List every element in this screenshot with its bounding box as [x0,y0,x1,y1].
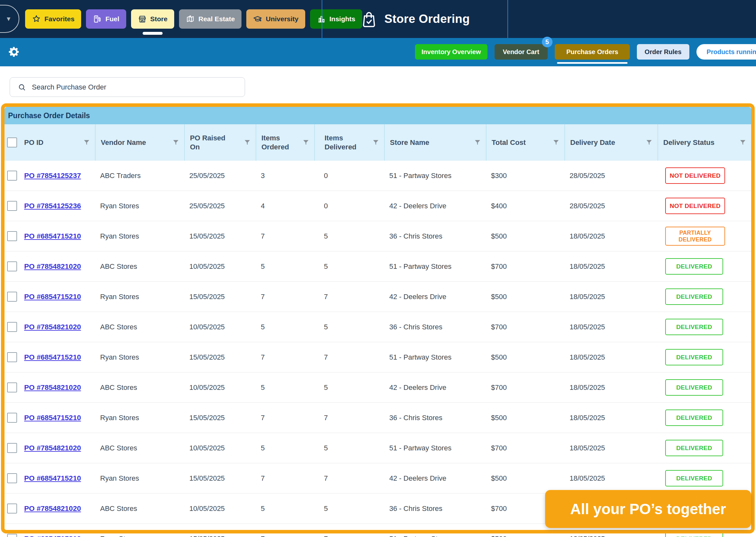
po-id-cell: PO #6854715210 [5,413,95,423]
items-ordered-cell: 7 [256,535,314,537]
column-header: Delivery Date [565,124,657,161]
delivery-date-cell: 18/05/2025 [565,535,657,537]
total-cost-cell: $700 [486,444,565,452]
table-header-row: PO ID Vendor Name PO Raised On Items Ord… [5,124,751,161]
row-checkbox[interactable] [7,413,17,423]
column-header: Items Ordered [256,124,314,161]
po-id-cell: PO #6854715210 [5,473,95,483]
filter-icon[interactable] [739,139,747,146]
row-checkbox[interactable] [7,231,17,241]
po-id-link[interactable]: PO #6854715210 [24,353,81,361]
store-name-cell: 51 - Partway Stores [384,444,486,452]
row-checkbox[interactable] [7,201,17,211]
delivery-status-cell: DELIVERED [657,319,751,336]
row-checkbox[interactable] [7,292,17,302]
row-checkbox[interactable] [7,322,17,332]
store-name-cell: 42 - Deelers Drive [384,293,486,301]
store-name-cell: 42 - Deelers Drive [384,384,486,392]
po-id-link[interactable]: PO #7854821020 [24,323,81,331]
total-cost-cell: $500 [486,353,565,361]
row-checkbox[interactable] [7,443,17,453]
items-ordered-cell: 7 [256,232,314,240]
row-checkbox[interactable] [7,383,17,392]
vendor-name-cell: ABC Stores [95,323,184,331]
po-id-cell: PO #7854821020 [5,383,95,392]
vendor-name-cell: ABC Stores [95,444,184,452]
po-id-link[interactable]: PO #7854125237 [24,172,81,180]
column-header-label: Total Cost [492,138,526,147]
po-id-link[interactable]: PO #7854821020 [24,505,81,513]
po-id-link[interactable]: PO #6854715210 [24,414,81,422]
filter-icon[interactable] [243,139,251,146]
po-id-link[interactable]: PO #7854821020 [24,384,81,392]
store-name-cell: 51 - Partway Stores [384,535,486,537]
purchase-orders-button[interactable]: Purchase Orders [555,44,630,60]
row-checkbox[interactable] [7,534,17,537]
column-header: Items Delivered [314,124,384,161]
module-tab[interactable]: Store [131,9,175,29]
module-tab[interactable]: Favorites [25,9,81,29]
po-id-link[interactable]: PO #7854125236 [24,202,81,210]
po-id-cell: PO #6854715210 [5,534,95,537]
vendor-name-cell: Ryan Stores [95,353,184,361]
inventory-overview-button[interactable]: Inventory Overview [415,44,487,60]
order-rules-button[interactable]: Order Rules [637,44,689,60]
vendor-name-cell: Ryan Stores [95,535,184,537]
products-running-low-button[interactable]: Products runnin [696,44,756,60]
delivery-status-badge: DELIVERED [665,288,723,305]
total-cost-cell: $700 [486,384,565,392]
filter-icon[interactable] [372,139,380,146]
filter-icon[interactable] [474,139,482,146]
vendor-cart-button[interactable]: Vendor Cart 5 [494,44,548,60]
delivery-date-cell: 18/05/2025 [565,232,657,240]
items-delivered-cell: 5 [314,263,384,271]
row-checkbox[interactable] [7,473,17,483]
delivery-status-badge: DELIVERED [665,349,723,366]
po-id-link[interactable]: PO #6854715210 [24,232,81,240]
delivery-status-badge: PARTIALLY DELIVERED [665,227,725,245]
row-checkbox[interactable] [7,504,17,514]
delivery-status-badge: DELIVERED [665,258,723,275]
filter-icon[interactable] [83,139,91,146]
po-id-link[interactable]: PO #6854715210 [24,474,81,482]
total-cost-cell: $500 [486,232,565,240]
table-row: PO #7854821020 ABC Stores 10/05/2025 5 5… [5,433,751,463]
po-id-link[interactable]: PO #6854715210 [24,293,81,301]
items-ordered-cell: 7 [256,293,314,301]
row-checkbox[interactable] [7,352,17,362]
po-id-cell: PO #6854715210 [5,352,95,362]
column-header: PO ID [5,124,95,161]
filter-icon[interactable] [302,139,310,146]
module-tab[interactable]: University [246,9,305,29]
delivery-status-cell: DELIVERED [657,379,751,396]
row-checkbox[interactable] [7,171,17,181]
store-name-cell: 36 - Chris Stores [384,414,486,422]
column-header-label: Vendor Name [101,138,146,147]
delivery-status-badge: NOT DELIVERED [665,167,725,184]
filter-icon[interactable] [645,139,653,146]
row-checkbox[interactable] [7,262,17,271]
filter-icon[interactable] [552,139,560,146]
po-id-link[interactable]: PO #7854821020 [24,263,81,271]
collapse-nav-pill[interactable]: ▼ [0,5,19,33]
settings-button[interactable] [8,46,21,59]
items-ordered-cell: 7 [256,414,314,422]
items-delivered-cell: 7 [314,474,384,482]
po-raised-on-cell: 10/05/2025 [184,323,256,331]
search-input[interactable] [31,78,245,97]
po-id-link[interactable]: PO #6854715210 [24,535,81,537]
items-delivered-cell: 7 [314,353,384,361]
items-delivered-cell: 7 [314,293,384,301]
filter-icon[interactable] [172,139,180,146]
total-cost-cell: $700 [486,263,565,271]
dropdown-arrow-icon: ▼ [6,16,12,22]
select-all-checkbox[interactable] [7,138,17,147]
column-header-label: Delivery Date [570,138,615,147]
module-tab[interactable]: Fuel [86,9,126,29]
po-id-link[interactable]: PO #7854821020 [24,444,81,452]
module-tab-label: Fuel [105,15,119,23]
delivery-status-cell: DELIVERED [657,440,751,457]
module-tab[interactable]: Real Estate [179,9,241,29]
po-id-cell: PO #7854821020 [5,262,95,271]
delivery-status-cell: DELIVERED [657,531,751,537]
